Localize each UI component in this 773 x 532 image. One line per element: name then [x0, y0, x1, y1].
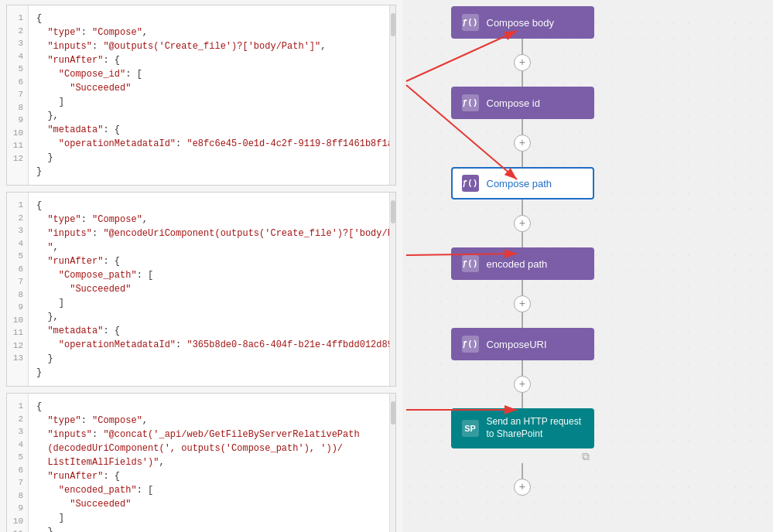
- add-step-1[interactable]: +: [514, 54, 531, 71]
- line-numbers-3: 123456789101112: [7, 394, 29, 532]
- encoded-path-icon: ƒ(): [462, 255, 479, 272]
- connector-5: +: [514, 360, 531, 408]
- sharepoint-icon: SP: [462, 420, 479, 437]
- add-step-4[interactable]: +: [514, 295, 531, 312]
- compose-uri-icon: ƒ(): [462, 336, 479, 353]
- compose-body-label: Compose body: [487, 17, 554, 29]
- line-numbers-1: 123456789101112: [7, 5, 29, 185]
- encoded-path-label: encoded path: [487, 258, 548, 270]
- node-compose-body[interactable]: ƒ() Compose body: [451, 6, 594, 39]
- add-step-6[interactable]: +: [514, 479, 531, 496]
- compose-body-icon: ƒ(): [462, 14, 479, 31]
- code-block-2: 12345678910111213 { "type": "Compose", "…: [6, 192, 396, 387]
- connector-4: +: [514, 280, 531, 328]
- node-compose-id[interactable]: ƒ() Compose id: [451, 87, 594, 119]
- compose-uri-label: ComposeURI: [487, 339, 547, 350]
- line-numbers-2: 12345678910111213: [7, 193, 29, 386]
- flow-diagram: ƒ() Compose body + ƒ() Compose id + ƒ() …: [402, 0, 773, 532]
- connector-2: +: [514, 119, 531, 167]
- compose-path-icon: ƒ(): [462, 175, 479, 192]
- scrollbar-1[interactable]: [389, 5, 395, 185]
- compose-path-label: Compose path: [487, 178, 552, 189]
- code-content-3: { "type": "Compose", "inputs": "@concat(…: [29, 394, 389, 532]
- add-step-2[interactable]: +: [514, 135, 531, 152]
- compose-id-label: Compose id: [487, 97, 540, 109]
- copy-icon[interactable]: ⧉: [582, 451, 590, 463]
- connector-1: +: [514, 39, 531, 87]
- node-encoded-path[interactable]: ƒ() encoded path: [451, 247, 594, 280]
- scrollbar-2[interactable]: [389, 193, 395, 386]
- code-content-1: { "type": "Compose", "inputs": "@outputs…: [29, 5, 389, 185]
- compose-id-icon: ƒ(): [462, 94, 479, 111]
- code-panel: 123456789101112 { "type": "Compose", "in…: [0, 0, 402, 532]
- scrollbar-3[interactable]: [389, 394, 395, 532]
- node-compose-uri[interactable]: ƒ() ComposeURI: [451, 328, 594, 360]
- node-sharepoint[interactable]: SP Send an HTTP request to SharePoint: [451, 408, 594, 448]
- connector-6: +: [514, 463, 531, 496]
- sharepoint-label: Send an HTTP request to SharePoint: [487, 416, 583, 440]
- node-compose-path[interactable]: ƒ() Compose path: [451, 167, 594, 200]
- add-step-3[interactable]: +: [514, 215, 531, 232]
- code-block-3: 123456789101112 { "type": "Compose", "in…: [6, 393, 396, 532]
- code-content-2: { "type": "Compose", "inputs": "@encodeU…: [29, 193, 389, 386]
- code-block-1: 123456789101112 { "type": "Compose", "in…: [6, 5, 396, 186]
- add-step-5[interactable]: +: [514, 376, 531, 393]
- connector-3: +: [514, 200, 531, 247]
